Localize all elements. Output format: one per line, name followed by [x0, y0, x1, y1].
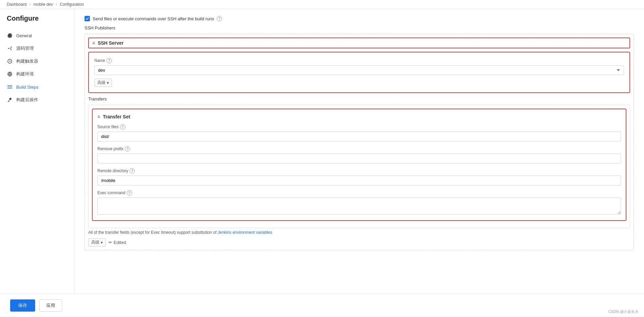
name-section: Name ? dev staging production 高级 ▾ — [88, 52, 630, 93]
svg-rect-5 — [7, 85, 12, 86]
name-help-icon[interactable]: ? — [106, 58, 112, 63]
gear-icon — [7, 32, 13, 39]
breadcrumb: Dashboard › mobile dev › Configuration — [0, 0, 644, 9]
sidebar-item-build-steps[interactable]: Build Steps — [0, 81, 74, 93]
remote-dir-input[interactable] — [97, 176, 621, 185]
transfer-set-header: ≡ Transfer Set — [97, 114, 621, 119]
name-label-text: Name — [94, 58, 105, 63]
exec-command-help-icon[interactable]: ? — [127, 190, 132, 196]
advanced-button[interactable]: 高级 ▾ — [94, 78, 112, 87]
sidebar-item-source[interactable]: 源码管理 — [0, 42, 74, 55]
watermark: CSDN @小吴头大 — [609, 309, 639, 314]
edited-badge: ✏ Edited — [109, 240, 126, 245]
sidebar: Configure General 源码管理 — [0, 9, 74, 294]
sidebar-item-triggers[interactable]: 构建触发器 — [0, 55, 74, 68]
source-files-field: Source files ? — [97, 124, 621, 141]
remove-prefix-label: Remove prefix — [97, 146, 123, 151]
remove-prefix-help-icon[interactable]: ? — [125, 146, 130, 152]
transfers-box: ≡ Transfer Set Source files ? — [92, 109, 626, 221]
sidebar-label-source: 源码管理 — [16, 45, 34, 51]
save-button[interactable]: 保存 — [10, 299, 35, 312]
transfer-drag-icon: ≡ — [97, 114, 100, 119]
transfers-advanced-button[interactable]: 高级 ▾ — [88, 238, 106, 247]
breadcrumb-configuration: Configuration — [60, 2, 84, 7]
edited-label: Edited — [114, 240, 126, 245]
source-files-input[interactable] — [97, 132, 621, 141]
transfers-chevron-icon: ▾ — [101, 240, 103, 245]
sidebar-label-build-steps: Build Steps — [16, 85, 39, 90]
svg-rect-7 — [7, 88, 12, 89]
remove-prefix-field: Remove prefix ? — [97, 146, 621, 163]
transfers-label: Transfers — [88, 96, 630, 101]
jenkins-env-link[interactable]: Jenkins environment variables — [218, 230, 272, 235]
exec-command-label: Exec command — [97, 190, 125, 195]
breadcrumb-arrow-1: › — [29, 2, 31, 7]
breadcrumb-dashboard[interactable]: Dashboard — [7, 2, 27, 7]
git-icon — [7, 45, 13, 51]
sidebar-label-env: 构建环境 — [16, 71, 34, 77]
pencil-icon: ✏ — [109, 240, 112, 245]
sidebar-item-env[interactable]: 构建环境 — [0, 68, 74, 81]
name-select[interactable]: dev staging production — [94, 65, 624, 75]
source-files-help-icon[interactable]: ? — [120, 124, 125, 130]
breadcrumb-mobile-dev[interactable]: mobile dev — [33, 2, 53, 7]
source-files-label: Source files — [97, 124, 119, 129]
remote-dir-label: Remote directory — [97, 168, 128, 173]
globe-icon — [7, 71, 13, 77]
svg-point-0 — [8, 48, 9, 49]
advanced-label: 高级 — [97, 80, 105, 86]
sidebar-label-general: General — [16, 33, 32, 38]
transfers-outer: ≡ Transfer Set Source files ? — [88, 105, 630, 228]
transfers-section: Transfers ≡ Transfer Set Source f — [88, 96, 630, 247]
remove-prefix-input[interactable] — [97, 154, 621, 163]
remote-dir-field: Remote directory ? — [97, 168, 621, 185]
ssh-help-icon[interactable]: ? — [217, 16, 222, 21]
ssh-checkbox-row: Send files or execute commands over SSH … — [85, 16, 634, 21]
svg-point-2 — [11, 49, 12, 50]
publishers-label: SSH Publishers — [85, 25, 634, 30]
sidebar-title: Configure — [0, 15, 74, 29]
transfer-set-title: Transfer Set — [103, 114, 130, 119]
ssh-checkbox[interactable] — [85, 16, 90, 21]
adv-row: 高级 ▾ — [94, 78, 624, 87]
list-icon — [7, 84, 13, 90]
name-field-label: Name ? — [94, 58, 624, 63]
bottom-bar: 保存 应用 — [0, 294, 644, 317]
svg-rect-6 — [7, 87, 12, 87]
sidebar-item-general[interactable]: General — [0, 29, 74, 42]
sidebar-item-post-build[interactable]: 构建后操作 — [0, 93, 74, 106]
remote-dir-help-icon[interactable]: ? — [129, 168, 135, 174]
transfer-info-text: All of the transfer fields (except for E… — [88, 230, 630, 235]
sidebar-label-triggers: 构建触发器 — [16, 58, 38, 64]
ssh-publishers-outer: ≡ SSH Server Name ? dev staging producti… — [85, 34, 634, 250]
drag-handle-icon: ≡ — [92, 40, 95, 46]
svg-point-1 — [11, 47, 12, 48]
ssh-server-title: SSH Server — [98, 40, 123, 46]
edited-row: 高级 ▾ ✏ Edited — [88, 238, 630, 247]
ssh-checkbox-label: Send files or execute commands over SSH … — [93, 16, 214, 21]
advanced-chevron-icon: ▾ — [107, 81, 109, 85]
sidebar-label-post-build: 构建后操作 — [16, 97, 38, 103]
breadcrumb-arrow-2: › — [56, 2, 57, 7]
clock-icon — [7, 58, 13, 64]
apply-button[interactable]: 应用 — [39, 299, 62, 312]
tools-icon — [7, 97, 13, 103]
info-text-prefix: All of the transfer fields (except for E… — [88, 230, 218, 235]
ssh-server-header-box: ≡ SSH Server — [88, 38, 630, 48]
exec-command-field: Exec command ? — [97, 190, 621, 216]
exec-command-textarea[interactable] — [97, 198, 621, 214]
transfers-advanced-label: 高级 — [91, 240, 99, 245]
main-content: Send files or execute commands over SSH … — [74, 9, 644, 294]
ssh-server-header: ≡ SSH Server — [92, 40, 626, 46]
